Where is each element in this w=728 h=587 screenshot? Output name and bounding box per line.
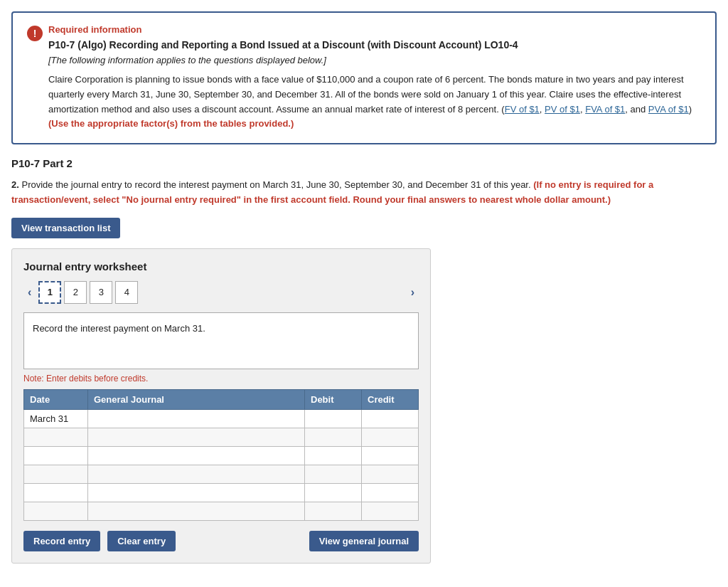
general-journal-input-1[interactable] bbox=[88, 428, 304, 446]
view-general-journal-button[interactable]: View general journal bbox=[309, 531, 419, 551]
view-transaction-button[interactable]: View transaction list bbox=[11, 218, 120, 238]
credit-cell-5[interactable] bbox=[362, 502, 419, 520]
debit-cell-0[interactable] bbox=[305, 409, 362, 428]
use-factors-text: (Use the appropriate factor(s) from the … bbox=[48, 118, 294, 129]
tab-3[interactable]: 3 bbox=[90, 281, 112, 304]
general-journal-input-4[interactable] bbox=[88, 484, 304, 502]
credit-input-2[interactable] bbox=[362, 447, 418, 465]
date-cell-1 bbox=[24, 428, 88, 446]
problem-title: P10-7 (Algo) Recording and Reporting a B… bbox=[48, 39, 701, 51]
tab-4[interactable]: 4 bbox=[115, 281, 138, 304]
fva-link[interactable]: FVA of $1 bbox=[585, 104, 625, 115]
problem-body: Claire Corporation is planning to issue … bbox=[48, 73, 701, 132]
credit-input-0[interactable] bbox=[362, 410, 418, 428]
date-cell-3 bbox=[24, 465, 88, 483]
general-journal-cell-2[interactable] bbox=[88, 446, 305, 465]
debit-input-4[interactable] bbox=[305, 484, 361, 502]
general-journal-cell-5[interactable] bbox=[88, 502, 305, 520]
problem-subtitle: [The following information applies to th… bbox=[48, 55, 701, 65]
debit-cell-2[interactable] bbox=[305, 446, 362, 465]
tab-2[interactable]: 2 bbox=[64, 281, 87, 304]
date-cell-5 bbox=[24, 502, 88, 520]
debit-cell-3[interactable] bbox=[305, 465, 362, 483]
transaction-description: Record the interest payment on March 31. bbox=[23, 312, 419, 369]
part-heading: P10-7 Part 2 bbox=[11, 157, 717, 169]
col-debit: Debit bbox=[305, 389, 362, 409]
info-icon: ! bbox=[27, 26, 43, 41]
table-row bbox=[24, 502, 419, 520]
credit-input-4[interactable] bbox=[362, 484, 418, 502]
general-journal-cell-1[interactable] bbox=[88, 428, 305, 446]
table-row: March 31 bbox=[24, 409, 419, 428]
debit-input-2[interactable] bbox=[305, 447, 361, 465]
record-entry-button[interactable]: Record entry bbox=[23, 531, 100, 551]
date-cell-2 bbox=[24, 446, 88, 465]
bottom-buttons: Record entry Clear entry View general jo… bbox=[23, 531, 419, 551]
debit-input-3[interactable] bbox=[305, 465, 361, 483]
credit-input-5[interactable] bbox=[362, 502, 418, 520]
debit-input-1[interactable] bbox=[305, 428, 361, 446]
worksheet-container: Journal entry worksheet ‹ 1 2 3 4 › Reco… bbox=[11, 248, 431, 564]
credit-cell-4[interactable] bbox=[362, 483, 419, 502]
table-row bbox=[24, 483, 419, 502]
credit-cell-1[interactable] bbox=[362, 428, 419, 446]
credit-cell-2[interactable] bbox=[362, 446, 419, 465]
col-general-journal: General Journal bbox=[88, 389, 305, 409]
general-journal-input-3[interactable] bbox=[88, 465, 304, 483]
journal-table: Date General Journal Debit Credit March … bbox=[23, 389, 419, 521]
tab-next-button[interactable]: › bbox=[407, 285, 419, 300]
credit-input-1[interactable] bbox=[362, 428, 418, 446]
debit-input-5[interactable] bbox=[305, 502, 361, 520]
debit-input-0[interactable] bbox=[305, 410, 361, 428]
credit-cell-0[interactable] bbox=[362, 409, 419, 428]
general-journal-input-5[interactable] bbox=[88, 502, 304, 520]
tab-1[interactable]: 1 bbox=[38, 281, 61, 304]
fv-link[interactable]: FV of $1 bbox=[505, 104, 540, 115]
col-credit: Credit bbox=[362, 389, 419, 409]
worksheet-title: Journal entry worksheet bbox=[23, 260, 419, 273]
credit-input-3[interactable] bbox=[362, 465, 418, 483]
required-label: Required information bbox=[48, 24, 701, 35]
tab-row: ‹ 1 2 3 4 › bbox=[23, 281, 419, 304]
question-number: 2. bbox=[11, 179, 19, 190]
date-cell-4 bbox=[24, 483, 88, 502]
table-row bbox=[24, 446, 419, 465]
col-date: Date bbox=[24, 389, 88, 409]
general-journal-input-0[interactable] bbox=[88, 410, 304, 428]
pv-link[interactable]: PV of $1 bbox=[545, 104, 580, 115]
clear-entry-button[interactable]: Clear entry bbox=[107, 531, 176, 551]
general-journal-cell-0[interactable] bbox=[88, 409, 305, 428]
debit-cell-5[interactable] bbox=[305, 502, 362, 520]
note-text: Note: Enter debits before credits. bbox=[23, 374, 419, 384]
debit-cell-4[interactable] bbox=[305, 483, 362, 502]
question-body: Provide the journal entry to record the … bbox=[21, 179, 533, 190]
date-cell-0: March 31 bbox=[24, 409, 88, 428]
pva-link[interactable]: PVA of $1 bbox=[648, 104, 689, 115]
view-transaction-container: View transaction list bbox=[11, 218, 717, 238]
credit-cell-3[interactable] bbox=[362, 465, 419, 483]
table-row bbox=[24, 428, 419, 446]
question-text: 2. Provide the journal entry to record t… bbox=[11, 178, 717, 208]
required-info-box: ! Required information P10-7 (Algo) Reco… bbox=[11, 11, 717, 144]
table-row bbox=[24, 465, 419, 483]
debit-cell-1[interactable] bbox=[305, 428, 362, 446]
general-journal-cell-3[interactable] bbox=[88, 465, 305, 483]
general-journal-input-2[interactable] bbox=[88, 447, 304, 465]
tab-prev-button[interactable]: ‹ bbox=[23, 285, 36, 300]
general-journal-cell-4[interactable] bbox=[88, 483, 305, 502]
